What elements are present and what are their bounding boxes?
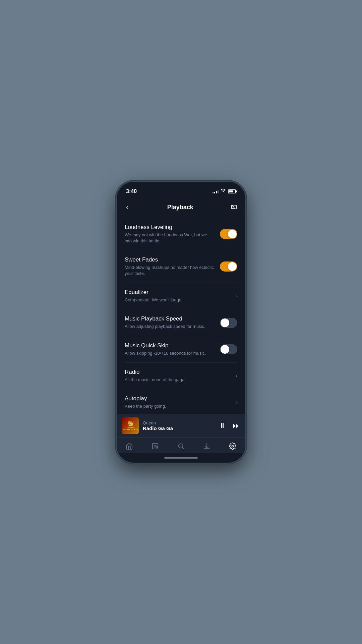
nav-bar: ‹ Playback	[117, 198, 245, 218]
next-button[interactable]: ⏭	[233, 421, 240, 430]
tab-home[interactable]	[121, 441, 137, 451]
svg-point-5	[232, 445, 234, 447]
setting-desc: Allow adjusting playback speed for music…	[125, 324, 215, 330]
setting-title: Loudness Leveling	[125, 224, 215, 231]
album-label: QUEENGREATEST HITS	[123, 426, 138, 430]
setting-text: Music Playback Speed Allow adjusting pla…	[125, 315, 215, 330]
notch	[158, 182, 204, 192]
status-time: 3:40	[126, 188, 137, 194]
setting-desc: We may not win the Loudness War, but we …	[125, 232, 215, 244]
setting-text: Autoplay Keep the party going.	[125, 395, 230, 409]
setting-music-quick-skip: Music Quick Skip Allow skipping -10/+10 …	[125, 336, 237, 363]
setting-equalizer[interactable]: Equalizer Compensate. We won't judge. ›	[125, 283, 237, 309]
chevron-right-icon: ›	[236, 399, 237, 405]
back-button[interactable]: ‹	[125, 202, 130, 213]
status-icons	[213, 189, 236, 194]
setting-title: Music Quick Skip	[125, 342, 215, 349]
mini-player[interactable]: 👑 QUEENGREATEST HITS Queen Radio Ga Ga ⏸…	[117, 414, 245, 437]
setting-desc: Allow skipping -10/+10 seconds for music…	[125, 350, 215, 356]
setting-music-playback-speed: Music Playback Speed Allow adjusting pla…	[125, 309, 237, 336]
setting-text: Radio All the music, none of the gaga.	[125, 369, 230, 383]
setting-sweet-fades: Sweet Fades Mind-blowing mashups no matt…	[125, 250, 237, 283]
setting-desc: Mind-blowing mashups no matter how eclec…	[125, 265, 215, 277]
crown-icon: 👑	[128, 421, 133, 426]
sweet-fades-toggle[interactable]	[220, 261, 237, 272]
pause-button[interactable]: ⏸	[219, 421, 226, 430]
setting-desc: All the music, none of the gaga.	[125, 377, 230, 383]
signal-icon	[213, 189, 219, 193]
battery-icon	[228, 189, 236, 193]
album-art: 👑 QUEENGREATEST HITS	[122, 417, 139, 434]
setting-text: Equalizer Compensate. We won't judge.	[125, 289, 230, 303]
phone-frame: 3:40 ‹ Playbac	[116, 181, 246, 464]
toggle-knob	[228, 262, 237, 271]
chevron-right-icon: ›	[236, 373, 237, 379]
setting-text: Loudness Leveling We may not win the Lou…	[125, 224, 215, 244]
home-indicator	[117, 453, 245, 463]
tab-download[interactable]	[199, 441, 215, 451]
tab-search[interactable]	[173, 441, 189, 451]
tab-settings[interactable]	[225, 441, 241, 451]
tab-bar	[117, 437, 245, 453]
setting-title: Sweet Fades	[125, 256, 215, 263]
setting-autoplay[interactable]: Autoplay Keep the party going. ›	[125, 389, 237, 414]
toggle-knob	[221, 345, 229, 354]
setting-text: Sweet Fades Mind-blowing mashups no matt…	[125, 256, 215, 277]
page-title: Playback	[167, 204, 193, 211]
svg-line-4	[182, 448, 184, 449]
setting-loudness-leveling: Loudness Leveling We may not win the Lou…	[125, 218, 237, 250]
wifi-icon	[221, 189, 226, 194]
tab-library[interactable]	[147, 441, 163, 451]
music-quick-skip-toggle[interactable]	[220, 344, 237, 354]
setting-title: Music Playback Speed	[125, 315, 215, 322]
screen: 3:40 ‹ Playbac	[117, 182, 245, 463]
setting-title: Radio	[125, 369, 230, 375]
setting-desc: Keep the party going.	[125, 403, 230, 409]
toggle-knob	[221, 318, 229, 327]
setting-title: Equalizer	[125, 289, 230, 296]
player-song: Radio Ga Ga	[143, 425, 215, 431]
player-controls: ⏸ ⏭	[219, 421, 240, 430]
svg-point-2	[156, 446, 158, 448]
cast-button[interactable]	[231, 203, 237, 211]
player-artist: Queen	[143, 420, 215, 425]
loudness-leveling-toggle[interactable]	[220, 229, 237, 239]
music-playback-speed-toggle[interactable]	[220, 318, 237, 328]
setting-radio[interactable]: Radio All the music, none of the gaga. ›	[125, 363, 237, 389]
chevron-right-icon: ›	[236, 293, 237, 299]
setting-text: Music Quick Skip Allow skipping -10/+10 …	[125, 342, 215, 356]
player-info: Queen Radio Ga Ga	[143, 420, 215, 431]
toggle-knob	[228, 230, 237, 238]
home-bar	[164, 457, 198, 459]
settings-content: Loudness Leveling We may not win the Lou…	[117, 218, 245, 414]
svg-point-3	[179, 444, 183, 448]
setting-title: Autoplay	[125, 395, 230, 402]
setting-desc: Compensate. We won't judge.	[125, 297, 230, 303]
